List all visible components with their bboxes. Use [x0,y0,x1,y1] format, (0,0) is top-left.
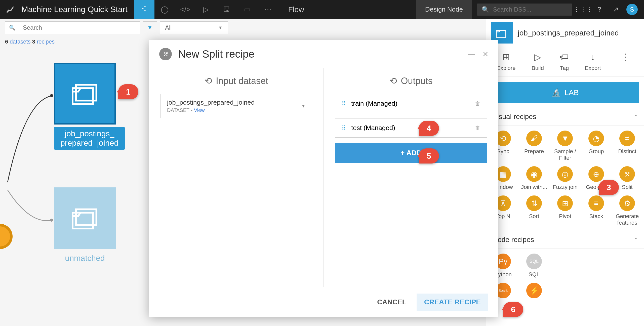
delete-output-icon[interactable]: 🗑 [475,100,480,107]
tag-action[interactable]: 🏷Tag [560,52,569,71]
svg-point-0 [50,94,53,97]
top-navbar: Machine Learning Quick Start ⠪ ◯ </> ▷ 🖫… [0,0,644,19]
minimize-icon[interactable]: — [468,50,475,58]
visual-recipes-header[interactable]: Visual recipes⌃ [486,108,644,126]
output-column-header: ⟲ Outputs [335,76,487,94]
chevron-down-icon: ▼ [301,103,306,109]
annotation-marker-3: 3 [599,180,619,195]
global-search-input[interactable] [493,6,567,13]
apps-grid-icon[interactable]: ⋮⋮⋮ [577,4,589,15]
new-split-recipe-modal: ⤲ New Split recipe — ✕ ⟲ Input dataset j… [149,40,498,317]
recipe-prepare[interactable]: 🖌Prepare [518,131,549,161]
recipe-other[interactable]: ⚡ [518,283,549,298]
view-dataset-link[interactable]: View [194,107,205,113]
recipe-circle-node[interactable] [0,224,13,249]
split-recipe-icon: ⤲ [159,48,172,60]
recipe-generate[interactable]: ⚙Generate features [612,195,643,226]
svg-point-1 [50,219,53,222]
user-avatar[interactable]: S [626,4,638,15]
help-icon[interactable]: ? [594,4,605,15]
search-icon: 🔍 [482,6,489,13]
tag-icon: 🏷 [560,52,569,62]
nav-play-icon[interactable]: ▷ [196,0,216,19]
code-recipes-header[interactable]: Code recipes⌃ [486,231,644,249]
annotation-marker-1: 1 [118,84,138,99]
dataset-icon: ⠿ [342,100,346,107]
svg-rect-6 [496,30,506,37]
project-title[interactable]: Machine Learning Quick Start [21,5,128,14]
arrow-out-icon: ⟲ [389,76,397,86]
dataset-node-unmatched[interactable]: unmatched [54,187,116,265]
input-dataset-selector[interactable]: job_postings_prepared_joined DATASET - V… [160,94,312,118]
flow-search-input[interactable] [19,22,140,34]
add-output-button[interactable]: + ADD [335,143,487,163]
global-search[interactable]: 🔍 [477,4,572,16]
right-panel: job_postings_prepared_joined ⊞Explore ▷B… [486,19,644,326]
recipe-stack[interactable]: ≡Stack [581,195,612,226]
search-icon: 🔍 [5,22,19,34]
recipe-sort[interactable]: ⇅Sort [518,195,549,226]
nav-more-icon[interactable]: ⋯ [258,0,278,19]
output-test-row: ⠿ test (Managed) 🗑 [335,118,487,138]
recipe-join[interactable]: ◉Join with... [518,166,549,190]
download-icon: ↓ [591,52,595,62]
create-recipe-button[interactable]: CREATE RECIPE [417,294,488,311]
explore-action[interactable]: ⊞Explore [497,52,516,71]
nav-cycle-icon[interactable]: ◯ [154,0,175,19]
recipe-fuzzy[interactable]: ◎Fuzzy join [550,166,581,190]
arrow-in-icon: ⟲ [205,76,212,86]
logo-bird-icon[interactable] [4,3,16,16]
recipe-sql[interactable]: SQLSQL [518,254,549,278]
dataset-node-joined[interactable]: job_postings_ prepared_joined [54,63,125,150]
annotation-marker-4: 4 [419,121,439,136]
play-icon: ▷ [534,52,541,62]
cancel-button[interactable]: CANCEL [377,298,407,306]
lab-button[interactable]: 🔬 LAB [491,82,639,103]
nav-share-icon[interactable]: ⠪ [134,0,154,19]
annotation-marker-5: 5 [419,148,439,164]
chevron-up-icon: ⌃ [634,114,638,119]
close-icon[interactable]: ✕ [482,50,488,58]
more-actions-icon[interactable]: ⋮ [617,52,633,71]
chevron-up-icon: ⌃ [634,237,638,242]
activity-icon[interactable]: ↗ [610,4,621,15]
recipe-pivot[interactable]: ⊞Pivot [550,195,581,226]
recipe-group[interactable]: ◔Group [581,131,612,161]
recipe-distinct[interactable]: ≠Distinct [612,131,643,161]
datasets-link[interactable]: datasets [10,38,30,45]
dataset-icon: ⠿ [342,125,346,132]
nav-window-icon[interactable]: ▭ [237,0,258,19]
lab-icon: 🔬 [551,88,561,97]
modal-title: New Split recipe [178,48,254,60]
recipes-link[interactable]: recipes [37,38,55,45]
annotation-marker-6: 6 [503,302,523,317]
nav-flow-label[interactable]: Flow [288,5,304,14]
panel-dataset-title: job_postings_prepared_joined [518,29,619,37]
chevron-down-icon: ▼ [218,25,223,30]
grid-icon: ⊞ [502,52,510,62]
filter-icon[interactable]: ▼ [143,21,157,34]
delete-output-icon[interactable]: 🗑 [475,125,480,131]
nav-save-icon[interactable]: 🖫 [216,0,237,19]
nav-code-icon[interactable]: </> [175,0,196,19]
output-train-row: ⠿ train (Managed) 🗑 [335,94,487,113]
recipe-sample[interactable]: ▼Sample / Filter [550,131,581,161]
build-action[interactable]: ▷Build [532,52,544,71]
input-column-header: ⟲ Input dataset [160,76,312,94]
filter-all-select[interactable]: All ▼ [160,21,228,34]
design-node-label[interactable]: Design Node [416,0,472,19]
export-action[interactable]: ↓Export [585,52,601,71]
